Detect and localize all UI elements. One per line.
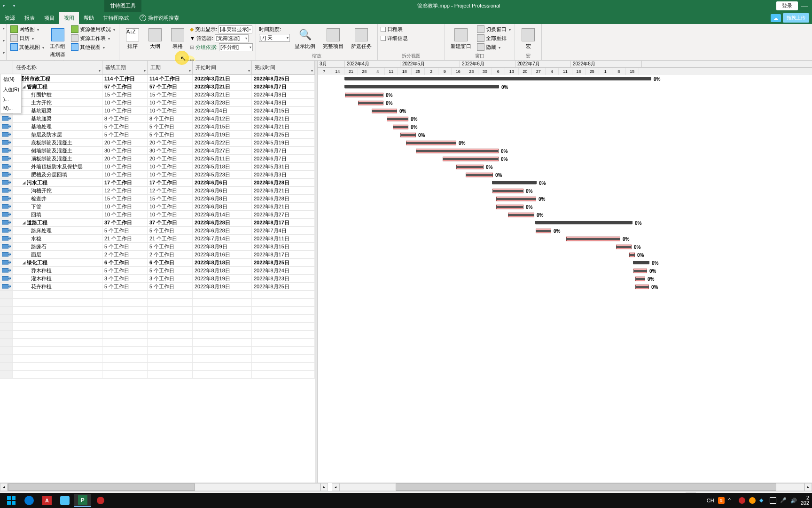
table-row-empty[interactable] [0,371,315,379]
task-name-cell[interactable]: 沟槽开挖 [13,187,102,194]
filter-combo[interactable]: [无筛选器]▾ [215,34,249,42]
baseline-cell[interactable]: 5 个工作日 [102,243,148,250]
baseline-cell[interactable]: 5 个工作日 [102,131,148,138]
task-name-cell[interactable]: 水稳 [13,235,102,242]
network-diagram-button[interactable]: 网络图 [9,25,45,33]
arrange-all-button[interactable]: 全部重排 [476,34,512,42]
start-cell[interactable]: 2022年5月11日 [193,155,252,162]
table-row-empty[interactable] [0,323,315,331]
table-row[interactable]: ◢道路工程37 个工作日37 个工作日2022年6月28日2022年8月17日 [0,219,315,227]
indicator-column-header[interactable] [0,61,13,74]
tray-icon-5[interactable]: 🎤 [780,497,787,504]
task-name-cell[interactable]: ◢污水工程 [13,179,102,186]
duration-cell[interactable]: 15 个工作日 [148,195,193,202]
baseline-cell[interactable]: 10 个工作日 [102,203,148,210]
baseline-cell[interactable]: 10 个工作日 [102,171,148,178]
task-name-cell[interactable]: 垫层及防水层 [13,131,102,138]
duration-cell[interactable]: 6 个工作日 [148,259,193,266]
baseline-cell[interactable]: 30 个工作日 [102,147,148,154]
duration-cell[interactable]: 5 个工作日 [148,267,193,274]
duration-cell[interactable]: 20 个工作日 [148,139,193,146]
duration-cell[interactable]: 20 个工作日 [148,155,193,162]
duration-cell[interactable]: 2 个工作日 [148,251,193,258]
table-row-empty[interactable] [0,307,315,315]
baseline-cell[interactable]: 15 个工作日 [102,195,148,202]
start-column-header[interactable]: 开始时间▾ [193,61,252,74]
split-arrow-icon[interactable] [2,37,5,43]
duration-cell[interactable]: 5 个工作日 [148,123,193,130]
task-name-cell[interactable]: 底板绑筋及混凝土 [13,139,102,146]
tray-icon-1[interactable] [739,497,745,504]
gantt-chart[interactable]: 3月2022年4月2022年5月2022年6月2022年7月2022年8月 71… [318,61,812,483]
table-scroll-track[interactable] [8,483,320,491]
baseline-cell[interactable]: 10 个工作日 [102,107,148,114]
entire-project-button[interactable]: 完整项目 [320,25,346,52]
task-name-cell[interactable]: 肥槽及分层回填 [13,171,102,178]
start-button[interactable] [3,494,20,507]
task-name-cell[interactable]: 路床处理 [13,227,102,234]
ime-indicator[interactable]: CH [707,498,714,503]
finish-cell[interactable]: 2022年4月25日 [252,131,315,138]
table-row[interactable]: 土方开挖10 个工作日10 个工作日2022年3月28日2022年4月8日 [0,99,315,107]
tab-资源[interactable]: 资源 [0,12,20,24]
table-row[interactable]: 外墙顶板防水及保护层10 个工作日10 个工作日2022年5月18日2022年5… [0,163,315,171]
finish-cell[interactable]: 2022年8月23日 [252,275,315,282]
task-name-cell[interactable]: 基地处理 [13,123,102,130]
finish-cell[interactable]: 2022年8月25日 [252,259,315,266]
task-name-column-header[interactable]: 任务名称▾ [13,61,102,74]
duration-cell[interactable]: 8 个工作日 [148,115,193,122]
scroll-left-button[interactable]: ◂ [332,483,339,491]
table-row[interactable]: 路床处理5 个工作日5 个工作日2022年6月28日2022年7月4日 [0,227,315,235]
table-row-empty[interactable] [0,291,315,299]
context-menu-item[interactable]: 信(N) [0,74,21,85]
context-menu-item[interactable]: )... [0,95,21,104]
task-name-cell[interactable]: ◢管廊工程 [13,83,102,90]
baseline-cell[interactable]: 5 个工作日 [102,227,148,234]
tab-甘特图格式[interactable]: 甘特图格式 [99,12,134,24]
summary-bar[interactable]: 0% [536,221,632,224]
task-name-cell[interactable]: 顶板绑筋及混凝土 [13,155,102,162]
taskbar-app-project[interactable]: P [74,494,91,507]
start-cell[interactable]: 2022年3月21日 [193,91,252,98]
task-name-cell[interactable]: 基坑冠梁 [13,107,102,114]
table-row[interactable]: 检查井15 个工作日15 个工作日2022年6月8日2022年6月28日 [0,195,315,203]
taskbar-app-record[interactable] [92,494,109,507]
summary-bar[interactable]: 0% [345,85,499,88]
table-row[interactable]: 侧墙绑筋及混凝土30 个工作日30 个工作日2022年4月27日2022年6月7… [0,147,315,155]
tab-视图[interactable]: 视图 [59,12,79,24]
team-planner-button[interactable]: 工作组规划器 [47,25,68,60]
selected-tasks-button[interactable]: 所选任务 [348,25,375,52]
baseline-cell[interactable]: 21 个工作日 [102,235,148,242]
scroll-thumb[interactable] [8,484,195,491]
finish-cell[interactable]: 2022年8月11日 [252,235,315,242]
duration-column-header[interactable]: 工期▾ [148,61,193,74]
baseline-cell[interactable]: 5 个工作日 [102,283,148,290]
finish-cell[interactable]: 2022年6月7日 [252,83,315,90]
tray-icon-2[interactable] [749,497,756,504]
task-name-cell[interactable]: 土方开挖 [13,99,102,106]
context-menu-item[interactable]: 入值(R) [0,85,21,95]
task-name-cell[interactable]: 面层 [13,251,102,258]
qa-dropdown-icon-2[interactable]: ▾ [13,4,15,8]
start-cell[interactable]: 2022年6月6日 [193,187,252,194]
table-row[interactable]: 水稳21 个工作日21 个工作日2022年7月14日2022年8月11日 [0,235,315,243]
qa-dropdown-icon[interactable]: ▾ [3,4,5,8]
duration-cell[interactable]: 37 个工作日 [148,219,193,226]
baseline-duration-column-header[interactable]: 基线工期▾ [102,61,148,74]
scroll-right-button[interactable]: ▸ [804,483,812,491]
timescale-combo[interactable]: [7] 天▾ [259,34,290,42]
baseline-cell[interactable]: 15 个工作日 [102,91,148,98]
table-row[interactable]: 基地处理5 个工作日5 个工作日2022年4月15日2022年4月21日 [0,123,315,131]
task-name-cell[interactable]: 回填 [13,211,102,218]
zoom-button[interactable]: 🔍显示比例 [292,25,318,52]
table-row[interactable]: 顶板绑筋及混凝土20 个工作日20 个工作日2022年5月11日2022年6月7… [0,155,315,163]
tab-报表[interactable]: 报表 [20,12,39,24]
tab-帮助[interactable]: 帮助 [79,12,99,24]
finish-cell[interactable]: 2022年8月17日 [252,251,315,258]
task-name-cell[interactable]: 侧墙绑筋及混凝土 [13,147,102,154]
collapse-toggle-icon[interactable]: ◢ [23,261,25,265]
finish-column-header[interactable]: 完成时间▾ [252,61,315,74]
baseline-cell[interactable]: 10 个工作日 [102,99,148,106]
collapse-toggle-icon[interactable]: ◢ [23,85,25,89]
baseline-cell[interactable]: 10 个工作日 [102,163,148,170]
